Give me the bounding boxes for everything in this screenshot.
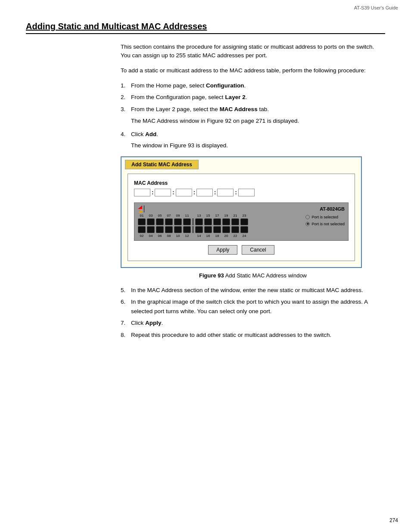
step-7-num: 7. [121,318,131,328]
mac-address-label: MAC Address [134,180,349,186]
port-btn-07[interactable] [165,218,173,225]
port-btn-13[interactable] [195,218,203,225]
port-btn-10[interactable] [174,226,182,233]
port-btn-19[interactable] [222,218,230,225]
port-label-09: 09 [174,214,182,218]
port-btn-12[interactable] [183,226,191,233]
port-btn-04[interactable] [147,226,155,233]
mac-sep-1: : [152,189,153,196]
port-label-12: 12 [183,234,191,238]
step-3-content: From the Layer 2 page, select the MAC Ad… [131,105,385,114]
port-label-20: 20 [222,234,230,238]
mac-input-3[interactable] [176,189,192,196]
port-btn-11[interactable] [183,218,191,225]
intro-paragraph-1: This section contains the procedure for … [121,43,385,60]
port-btn-03[interactable] [147,218,155,225]
apply-button[interactable]: Apply [208,245,237,255]
page-footer: 274 [389,517,398,523]
mac-input-4[interactable] [196,189,213,196]
switch-ports-area: 01 03 05 07 09 11 13 15 17 19 21 [138,214,345,238]
section-title: Adding Static and Multicast MAC Addresse… [26,22,385,34]
mac-input-5[interactable] [217,189,234,196]
step-6-num: 6. [121,297,131,316]
bottom-port-labels: 02 04 06 08 10 12 14 16 18 20 22 [138,234,248,238]
port-btn-20[interactable] [222,226,230,233]
mac-input-1[interactable] [134,189,150,196]
mac-input-6[interactable] [238,189,255,196]
port-label-23: 23 [240,214,248,218]
port-btn-24[interactable] [240,226,248,233]
step-4-suffix: . [156,131,158,137]
port-btn-16[interactable] [204,226,212,233]
ports-wrapper: 01 03 05 07 09 11 13 15 17 19 21 [138,214,248,238]
mac-sep-5: : [235,189,237,196]
step-7-text: Click [131,320,145,326]
top-port-labels: 01 03 05 07 09 11 13 15 17 19 21 [138,214,248,218]
step-3-suffix: tab. [258,106,269,112]
step-3-num: 3. [121,105,131,114]
port-btn-21[interactable] [231,218,239,225]
step-1-text: From the Home page, select [131,82,206,89]
step-4-bold: Add [145,131,156,137]
port-btn-23[interactable] [240,218,248,225]
mac-input-2[interactable] [155,189,171,196]
step-3-sub: The MAC Address window in Figure 92 on p… [131,117,385,125]
figure-93: Add Static MAC Address MAC Address : : :… [121,156,362,268]
port-btn-02[interactable] [138,226,146,233]
port-label-06: 06 [156,234,164,238]
step-6-content: In the graphical image of the switch cli… [131,297,385,316]
port-btn-14[interactable] [195,226,203,233]
step-8: 8. Repeat this procedure to add other st… [121,330,385,340]
step-4: 4. Click Add. [121,130,385,139]
step-1-content: From the Home page, select Configuration… [131,81,385,90]
port-label-18: 18 [213,234,221,238]
legend-not-selected: Port is not selected [305,221,345,227]
step-1-suffix: . [244,82,246,89]
page-number: 274 [389,517,398,523]
port-btn-22[interactable] [231,226,239,233]
step-1: 1. From the Home page, select Configurat… [121,81,385,90]
port-label-13: 13 [195,214,203,218]
step-4-text: Click [131,131,145,137]
figure-caption-text: Add Static MAC Address window [224,272,307,279]
port-btn-08[interactable] [165,226,173,233]
mac-sep-2: : [172,189,174,196]
port-label-15: 15 [204,214,212,218]
legend-selected: Port is selected [305,214,345,221]
cancel-button[interactable]: Cancel [242,245,274,255]
port-label-17: 17 [213,214,221,218]
port-btn-17[interactable] [213,218,221,225]
port-label-14: 14 [195,234,203,238]
port-label-03: 03 [147,214,155,218]
port-label-21: 21 [231,214,239,218]
port-legend: Port is selected Port is not selected [305,214,345,227]
legend-not-selected-text: Port is not selected [311,221,345,227]
port-btn-01[interactable] [138,218,146,225]
port-btn-18[interactable] [213,226,221,233]
port-label-19: 19 [222,214,230,218]
step-5: 5. In the MAC Address section of the win… [121,286,385,295]
legend-selected-text: Port is selected [311,214,338,221]
step-2-bold: Layer 2 [225,94,245,100]
step-6: 6. In the graphical image of the switch … [121,297,385,316]
step-2-num: 2. [121,93,131,102]
port-btn-09[interactable] [174,218,182,225]
step-3-bold: MAC Address [220,106,258,112]
port-btn-15[interactable] [204,218,212,225]
port-label-24: 24 [240,234,248,238]
port-label-04: 04 [147,234,155,238]
step-4-num: 4. [121,130,131,139]
step-2: 2. From the Configuration page, select L… [121,93,385,102]
mac-sep-4: : [214,189,216,196]
switch-logo [138,205,145,213]
port-label-22: 22 [231,234,239,238]
mac-sep-3: : [193,189,195,196]
port-btn-06[interactable] [156,226,164,233]
intro-paragraph-2: To add a static or multicast address to … [121,66,385,75]
button-row: Apply Cancel [134,245,349,255]
step-2-content: From the Configuration page, select Laye… [131,93,385,102]
step-2-text: From the Configuration page, select [131,94,225,100]
step-7-content: Click Apply. [131,318,385,328]
port-btn-05[interactable] [156,218,164,225]
port-label-01: 01 [138,214,146,218]
